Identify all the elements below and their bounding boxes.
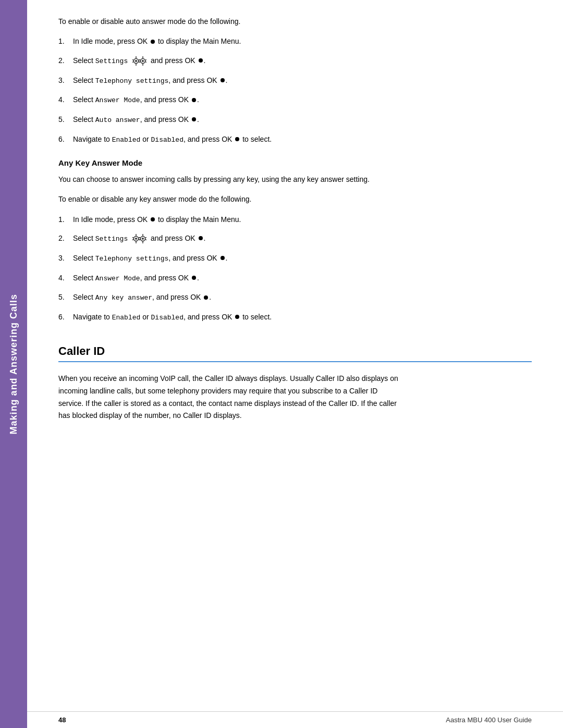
caller-id-rule bbox=[58, 361, 532, 362]
list-item: 1. In Idle mode, press OK to display the… bbox=[58, 35, 532, 47]
sidebar-tab: Making and Answering Calls bbox=[0, 0, 27, 728]
bullet-dot bbox=[192, 117, 196, 121]
footer-guide-name: Aastra MBU 400 User Guide bbox=[446, 716, 532, 724]
bullet-dot bbox=[151, 40, 155, 44]
footer: 48 Aastra MBU 400 User Guide bbox=[27, 711, 563, 728]
bullet-dot bbox=[235, 137, 239, 141]
caller-id-heading: Caller ID bbox=[58, 344, 532, 358]
list-item: 4. Select Answer Mode, and press OK . bbox=[58, 272, 532, 285]
bullet-dot bbox=[235, 315, 239, 319]
bullet-dot bbox=[204, 295, 208, 300]
bullet-dot bbox=[192, 98, 196, 102]
any-key-heading: Any Key Answer Mode bbox=[58, 158, 532, 167]
list-item: 6. Navigate to Enabled or Disabled, and … bbox=[58, 133, 532, 146]
section1-intro: To enable or disable auto answer mode do… bbox=[58, 16, 532, 27]
list-item: 4. Select Answer Mode, and press OK . bbox=[58, 94, 532, 106]
bullet-dot bbox=[221, 78, 225, 82]
main-content: To enable or disable auto answer mode do… bbox=[27, 0, 563, 704]
svg-point-9 bbox=[142, 60, 144, 62]
list-item: 6. Navigate to Enabled or Disabled, and … bbox=[58, 311, 532, 324]
page-container: Making and Answering Calls To enable or … bbox=[0, 0, 563, 728]
bullet-dot bbox=[192, 276, 196, 280]
bullet-dot bbox=[151, 217, 155, 221]
list-item: 3. Select Telephony settings, and press … bbox=[58, 252, 532, 265]
any-key-list: 1. In Idle mode, press OK to display the… bbox=[58, 214, 532, 324]
list-item: 1. In Idle mode, press OK to display the… bbox=[58, 214, 532, 225]
footer-page-number: 48 bbox=[58, 716, 66, 724]
caller-id-para: When you receive an incoming VoIP call, … bbox=[58, 373, 402, 422]
list-item: 3. Select Telephony settings, and press … bbox=[58, 75, 532, 87]
list-item: 2. Select Settings bbox=[58, 232, 532, 245]
svg-point-1 bbox=[135, 60, 137, 62]
caller-id-section: Caller ID When you receive an incoming V… bbox=[58, 344, 532, 422]
any-key-para1: You can choose to answer incoming calls … bbox=[58, 174, 532, 185]
settings-icon-2 bbox=[132, 233, 146, 244]
svg-point-25 bbox=[142, 238, 144, 240]
bullet-dot bbox=[199, 236, 203, 240]
svg-point-17 bbox=[135, 238, 137, 240]
list-item: 5. Select Any key answer, and press OK . bbox=[58, 291, 532, 304]
settings-icon bbox=[132, 55, 146, 67]
any-key-para2: To enable or disable any key answer mode… bbox=[58, 193, 532, 205]
list-item: 2. Select Settings bbox=[58, 55, 532, 67]
section1-list: 1. In Idle mode, press OK to display the… bbox=[58, 35, 532, 145]
bullet-dot bbox=[199, 58, 203, 63]
bullet-dot bbox=[221, 256, 225, 260]
sidebar-label: Making and Answering Calls bbox=[8, 294, 19, 434]
list-item: 5. Select Auto answer, and press OK . bbox=[58, 114, 532, 126]
